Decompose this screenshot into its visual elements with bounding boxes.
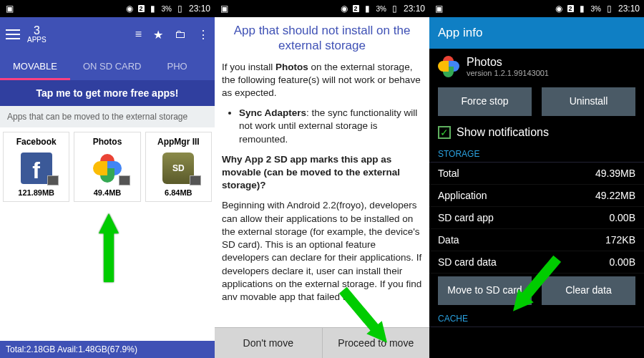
wifi-icon: ◉ — [339, 4, 349, 14]
dialog-title: App that should not install on the exter… — [222, 23, 422, 54]
battery-icon: ▯ — [175, 4, 185, 14]
menu-icon[interactable] — [6, 29, 20, 39]
signal-icon: ▮ — [363, 4, 373, 14]
show-notifications-row[interactable]: ✓ Show notifications — [429, 122, 644, 146]
dialog-intro: If you install Photos on the external st… — [222, 61, 422, 100]
battery-icon: ▯ — [390, 4, 400, 14]
battery-percent: 3% — [591, 5, 601, 13]
force-stop-button[interactable]: Force stop — [438, 87, 532, 116]
status-bar: ▣ ◉ 2 ▮ 3% ▯ 23:10 — [429, 0, 644, 17]
screenshot-icon: ▣ — [434, 4, 444, 14]
app-version: version 1.2.1.99143001 — [467, 69, 549, 77]
storage-row: SD card app0.00B — [429, 207, 644, 229]
app-name: Photos — [467, 56, 549, 69]
storage-row: Total49.39MB — [429, 163, 644, 185]
sim-indicator: 2 — [567, 5, 574, 12]
folder-icon[interactable]: 🗀 — [175, 28, 186, 41]
storage-section-header: STORAGE — [429, 146, 644, 163]
status-bar: ▣ ◉ 2 ▮ 3% ▯ 23:10 — [215, 0, 429, 17]
tab-bar: MOVABLE ON SD CARD PHO — [0, 52, 215, 80]
battery-icon: ▯ — [605, 4, 615, 14]
app-header: Photos version 1.2.1.99143001 — [429, 49, 644, 84]
battery-percent: 3% — [162, 5, 172, 13]
wifi-icon: ◉ — [554, 4, 564, 14]
uninstall-button[interactable]: Uninstall — [542, 87, 635, 116]
sim-indicator: 2 — [138, 5, 145, 12]
sd-badge-icon — [47, 175, 59, 185]
app-card-photos[interactable]: Photos 49.4MB — [74, 132, 140, 202]
clock: 23:10 — [404, 4, 425, 14]
annotation-arrow — [99, 213, 119, 233]
dialog-question: Why App 2 SD app marks this app as movab… — [222, 153, 422, 193]
pane-dialog: ▣ ◉ 2 ▮ 3% ▯ 23:10 App that should not i… — [215, 0, 429, 358]
dont-move-button[interactable]: Don't move — [215, 328, 323, 358]
feature-bullet: Sync Adapters: the sync functionality wi… — [239, 107, 422, 146]
apps-counter[interactable]: 3 APPS — [27, 25, 47, 44]
wifi-icon: ◉ — [125, 4, 135, 14]
storage-row: SD card data0.00B — [429, 251, 644, 274]
sd-badge-icon — [190, 175, 201, 185]
photos-icon — [438, 56, 459, 77]
storage-footer: Total:2.18GB Avail:1.48GB(67.9%) — [0, 341, 215, 358]
storage-row: Application49.22MB — [429, 185, 644, 207]
screenshot-icon: ▣ — [4, 4, 14, 14]
page-title: App info — [429, 17, 644, 49]
bookmark-icon[interactable]: ★ — [153, 28, 163, 42]
sim-indicator: 2 — [353, 5, 359, 12]
dialog-body: Beginning with Android 2.2(froyo), devel… — [222, 199, 422, 304]
show-notifications-label: Show notifications — [457, 126, 549, 139]
pane-appmgr: ▣ ◉ 2 ▮ 3% ▯ 23:10 3 APPS ≡ ★ 🗀 ⋮ MOVABL… — [0, 0, 215, 358]
checkbox-icon[interactable]: ✓ — [438, 126, 451, 139]
photos-icon — [93, 154, 122, 183]
tab-movable[interactable]: MOVABLE — [0, 52, 70, 80]
signal-icon: ▮ — [577, 4, 587, 14]
pane-app-info: ▣ ◉ 2 ▮ 3% ▯ 23:10 App info Photos versi… — [429, 0, 644, 358]
cache-section-header: CACHE — [429, 311, 644, 327]
overflow-icon[interactable]: ⋮ — [197, 28, 209, 42]
app-card-appmgr[interactable]: AppMgr III SD 6.84MB — [145, 132, 212, 202]
clock: 23:10 — [189, 4, 210, 14]
app-card-facebook[interactable]: Facebook f 121.89MB — [3, 132, 69, 202]
app-bar: 3 APPS ≡ ★ 🗀 ⋮ MOVABLE ON SD CARD PHO — [0, 17, 215, 80]
screenshot-icon: ▣ — [219, 4, 229, 14]
tab-phone[interactable]: PHO — [155, 52, 200, 80]
clock: 23:10 — [618, 4, 640, 14]
signal-icon: ▮ — [148, 4, 158, 14]
status-bar: ▣ ◉ 2 ▮ 3% ▯ 23:10 — [0, 0, 215, 17]
dialog-buttons: Don't move Proceed to move — [215, 327, 429, 358]
sort-icon[interactable]: ≡ — [135, 28, 142, 41]
app-grid: Facebook f 121.89MB Photos 49.4MB AppMgr… — [0, 127, 215, 206]
sd-badge-icon — [119, 175, 130, 185]
clear-data-button[interactable]: Clear data — [542, 276, 635, 305]
storage-row: Data172KB — [429, 229, 644, 251]
tab-on-sd[interactable]: ON SD CARD — [70, 52, 155, 80]
list-subheader: Apps that can be moved to the external s… — [0, 106, 215, 127]
battery-percent: 3% — [376, 5, 386, 13]
dialog-content: App that should not install on the exter… — [215, 17, 429, 327]
promo-banner[interactable]: Tap me to get more free apps! — [0, 80, 215, 106]
